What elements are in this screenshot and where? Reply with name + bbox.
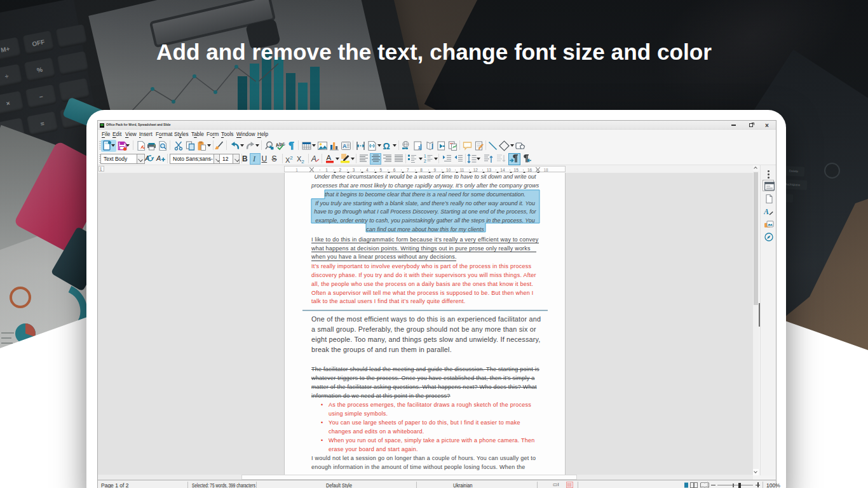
svg-text:1: 1 [418, 145, 421, 151]
svg-text:A: A [342, 143, 347, 149]
svg-text:A: A [156, 154, 161, 162]
svg-text:A: A [311, 154, 316, 163]
svg-text:1: 1 [424, 154, 426, 158]
svg-text:2: 2 [424, 159, 426, 163]
svg-text:Abc: Abc [275, 140, 286, 148]
svg-text:A: A [764, 207, 769, 216]
svg-text:Ω: Ω [383, 141, 390, 151]
svg-text:A: A [144, 154, 149, 162]
svg-text:A: A [327, 154, 332, 161]
